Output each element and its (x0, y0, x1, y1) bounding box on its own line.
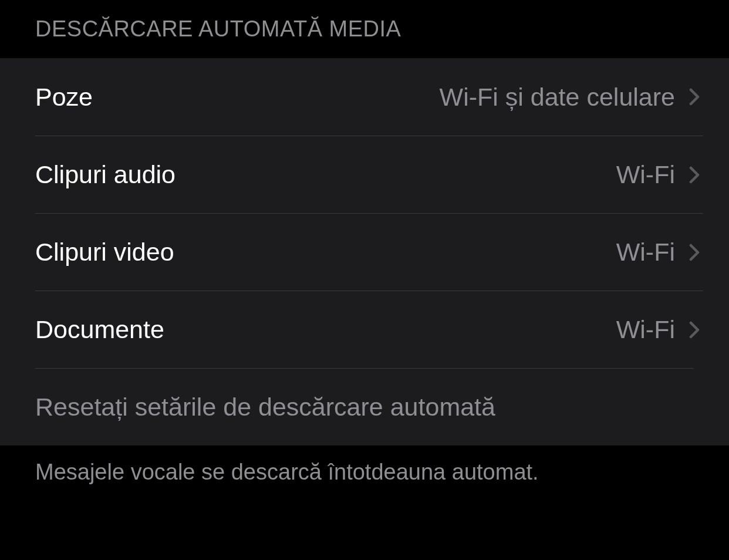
section-header: DESCĂRCARE AUTOMATĂ MEDIA (0, 0, 729, 58)
chevron-right-icon (686, 241, 703, 264)
item-value: Wi-Fi (616, 238, 675, 266)
chevron-right-icon (686, 85, 703, 109)
settings-list: Poze Wi-Fi și date celulare Clipuri audi… (0, 58, 729, 446)
reset-label: Resetați setările de descărcare automată (35, 393, 495, 421)
chevron-right-icon (686, 163, 703, 187)
list-item-audio[interactable]: Clipuri audio Wi-Fi (0, 136, 729, 213)
item-label: Clipuri video (35, 238, 174, 266)
item-label: Poze (35, 83, 93, 112)
item-value: Wi-Fi (616, 160, 675, 189)
item-value: Wi-Fi (616, 315, 675, 344)
item-label: Clipuri audio (35, 160, 176, 189)
chevron-right-icon (686, 318, 703, 342)
item-value: Wi-Fi și date celulare (440, 83, 675, 112)
list-item-video[interactable]: Clipuri video Wi-Fi (0, 213, 729, 291)
list-item-documents[interactable]: Documente Wi-Fi (0, 291, 729, 368)
list-item-reset[interactable]: Resetați setările de descărcare automată (0, 368, 729, 446)
section-footer: Mesajele vocale se descarcă întotdeauna … (0, 446, 729, 499)
item-label: Documente (35, 315, 164, 344)
list-item-photos[interactable]: Poze Wi-Fi și date celulare (0, 58, 729, 136)
